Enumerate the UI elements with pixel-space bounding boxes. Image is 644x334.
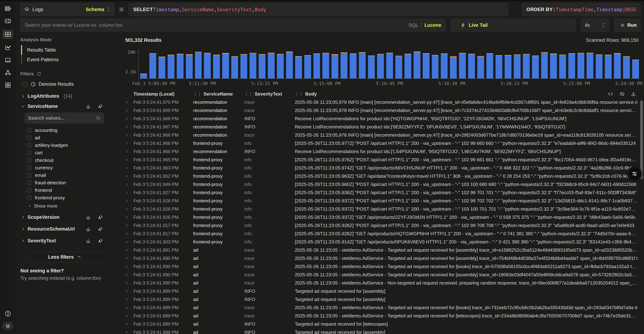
table-row[interactable]: Feb 3 5:24:41.967 PMrecommendationINFORe…	[118, 123, 644, 131]
histogram-bar[interactable]	[559, 55, 566, 78]
run-button[interactable]: Run	[614, 18, 641, 32]
search-logs-icon[interactable]	[2, 30, 13, 39]
expand-chevron-icon[interactable]	[125, 306, 134, 309]
table-row[interactable]: Feb 3 5:24:41.968 PMrecommendationINFORe…	[118, 115, 644, 123]
search-input[interactable]: Search your events w/ Lucene ex. column:…	[20, 18, 446, 32]
histogram-bar[interactable]	[541, 52, 548, 78]
histogram-bar[interactable]	[623, 56, 630, 78]
filter-group-ResourceSchemaUrl[interactable]: ResourceSchemaUrl	[20, 223, 114, 235]
table-row[interactable]: Feb 3 5:24:41.952 PMfrontend-proxyinfo[2…	[118, 172, 644, 180]
histogram-bar[interactable]	[414, 51, 420, 78]
histogram-bar[interactable]	[468, 54, 475, 78]
histogram-bar[interactable]	[550, 53, 557, 78]
histogram-plot[interactable]	[138, 49, 639, 79]
value-checkbox[interactable]	[27, 158, 32, 163]
value-checkbox[interactable]	[27, 180, 32, 185]
histogram-bar[interactable]	[322, 53, 329, 78]
table-row[interactable]: Feb 3 5:24:41.926 PMfrontend-proxyinfo[2…	[118, 205, 644, 213]
value-checkbox[interactable]	[27, 143, 32, 148]
search-values-input[interactable]: Search values...	[25, 113, 104, 124]
table-row[interactable]: Feb 3 5:24:41.970 PMrecommendationtrace2…	[118, 98, 644, 106]
filter-group-SeverityText[interactable]: SeverityText	[20, 235, 114, 247]
histogram-bar[interactable]	[395, 56, 402, 78]
live-tail-button[interactable]: Live Tail	[451, 18, 576, 32]
column-header[interactable]: Timestamp (Local)	[134, 91, 193, 97]
expand-chevron-icon[interactable]	[125, 191, 134, 194]
service-value-item[interactable]: frontend-proxy	[27, 194, 114, 201]
expand-chevron-icon[interactable]	[125, 232, 134, 235]
expand-chevron-icon[interactable]	[125, 183, 134, 186]
histogram-bar[interactable]	[231, 56, 238, 78]
histogram-bar[interactable]	[486, 53, 493, 78]
expand-chevron-icon[interactable]	[125, 290, 134, 293]
drag-handle-icon[interactable]: ⋮⋮	[295, 92, 303, 96]
histogram-bar[interactable]	[523, 54, 530, 78]
histogram-bar[interactable]	[596, 54, 602, 78]
histogram-bar[interactable]	[268, 53, 274, 78]
expand-chevron-icon[interactable]	[125, 224, 134, 227]
service-map-icon[interactable]	[4, 69, 12, 76]
histogram-bar[interactable]	[505, 55, 512, 78]
histogram-bar[interactable]	[140, 74, 147, 78]
terminal-icon[interactable]	[4, 17, 12, 25]
table-row[interactable]: Feb 3 5:24:41.889 PMadINFOTargeted ad re…	[118, 320, 644, 328]
histogram-bar[interactable]	[532, 56, 539, 78]
histogram-bar[interactable]	[314, 53, 320, 78]
expand-chevron-icon[interactable]	[125, 298, 134, 301]
table-row[interactable]: Feb 3 5:24:41.889 PMadINFOTargeted ad re…	[118, 287, 644, 295]
expand-chevron-icon[interactable]	[125, 248, 134, 252]
service-name-header[interactable]: ServiceName	[20, 100, 114, 112]
monitor-icon[interactable]	[4, 56, 12, 64]
less-filters-button[interactable]: Less filters	[25, 252, 105, 262]
stepper-icon[interactable]	[602, 23, 605, 28]
analysis-mode-item[interactable]: Results Table	[21, 45, 114, 55]
pin-icon[interactable]	[98, 104, 103, 109]
drag-handle-icon[interactable]: ⋮⋮	[193, 92, 202, 96]
histogram-bar[interactable]	[213, 55, 220, 78]
expand-chevron-icon[interactable]	[125, 150, 134, 153]
table-row[interactable]: Feb 3 5:24:41.966 PMrecommendationINFORe…	[118, 147, 644, 156]
language-sql[interactable]: SQL	[408, 22, 418, 28]
user-avatar[interactable]: U	[2, 322, 14, 330]
expand-chevron-icon[interactable]	[125, 314, 134, 318]
table-row[interactable]: Feb 3 5:24:41.949 PMfrontend-proxyinfo[2…	[118, 180, 644, 188]
service-value-item[interactable]: artillery-loadgen	[27, 142, 114, 149]
histogram-bar[interactable]	[605, 55, 612, 78]
histogram-bar[interactable]	[404, 54, 411, 78]
histogram-bar[interactable]	[332, 54, 338, 78]
pin-icon[interactable]	[98, 215, 103, 220]
code-icon[interactable]	[608, 91, 613, 97]
value-checkbox[interactable]	[27, 128, 32, 133]
table-row[interactable]: Feb 3 5:24:41.926 PMfrontend-proxyinfo[2…	[118, 213, 644, 221]
service-value-item[interactable]: currency	[27, 164, 114, 171]
expand-chevron-icon[interactable]	[125, 216, 134, 219]
table-row[interactable]: Feb 3 5:24:41.891 PMadtrace2025-05-26 11…	[118, 246, 644, 254]
service-value-item[interactable]: checkout	[27, 157, 114, 164]
gear-icon[interactable]	[118, 6, 124, 12]
table-row[interactable]: Feb 3 5:24:41.927 PMfrontend-proxyinfo[2…	[118, 188, 644, 197]
histogram-bar[interactable]	[259, 54, 266, 78]
histogram-bar[interactable]	[386, 53, 393, 78]
value-checkbox[interactable]	[27, 166, 32, 170]
log-attributes-group[interactable]: LogAttributes {14}	[21, 93, 114, 99]
chart-metrics-icon[interactable]	[4, 44, 12, 51]
expand-chevron-icon[interactable]	[125, 174, 134, 178]
table-row[interactable]: Feb 3 5:24:41.917 PMfrontend-proxyinfo[2…	[118, 221, 644, 229]
histogram-bar[interactable]	[340, 52, 348, 78]
table-row[interactable]: Feb 3 5:24:41.889 PMadtrace2025-05-26 11…	[118, 312, 644, 320]
table-row[interactable]: Feb 3 5:24:41.889 PMadINFOTargeted ad re…	[118, 328, 644, 334]
bar-chart-icon[interactable]	[86, 238, 91, 243]
column-header[interactable]: ⋮⋮ServiceName	[193, 91, 244, 97]
histogram-bar[interactable]	[459, 53, 466, 78]
denoise-checkbox[interactable]	[22, 82, 28, 87]
table-row[interactable]: Feb 3 5:24:41.890 PMadtrace2025-05-26 11…	[118, 271, 644, 279]
expand-chevron-icon[interactable]	[125, 281, 134, 285]
table-row[interactable]: Feb 3 5:24:41.890 PMadtrace2025-05-26 11…	[118, 262, 644, 271]
histogram-bar[interactable]	[304, 55, 311, 78]
expand-chevron-icon[interactable]	[125, 331, 134, 334]
service-value-item[interactable]: fraud-detection	[27, 179, 114, 186]
histogram-bar[interactable]	[204, 53, 211, 78]
histogram-bar[interactable]	[158, 57, 165, 78]
bar-chart-icon[interactable]	[86, 226, 91, 232]
value-checkbox[interactable]	[27, 188, 32, 193]
